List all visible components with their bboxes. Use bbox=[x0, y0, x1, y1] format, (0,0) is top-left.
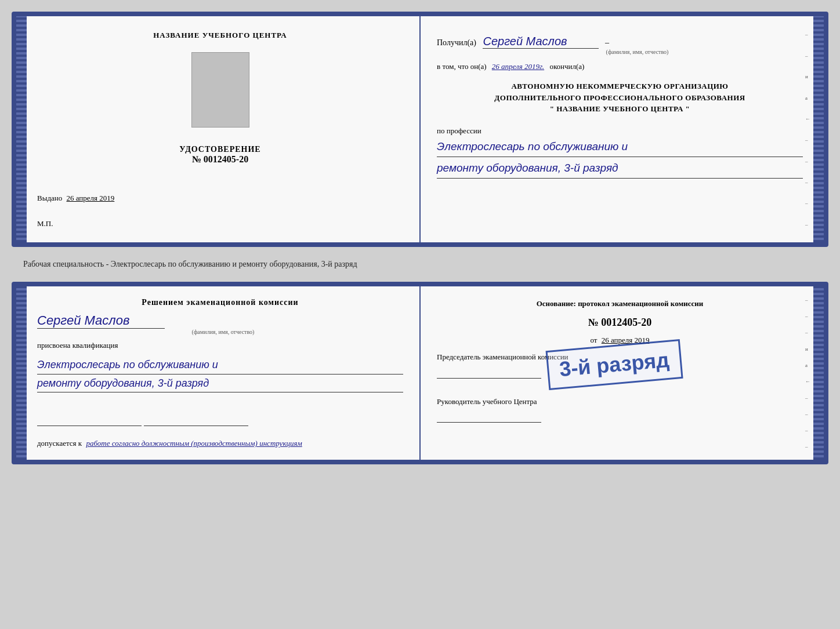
top-cert-left: НАЗВАНИЕ УЧЕБНОГО ЦЕНТРА УДОСТОВЕРЕНИЕ №… bbox=[16, 16, 421, 242]
org-block: АВТОНОМНУЮ НЕКОММЕРЧЕСКУЮ ОРГАНИЗАЦИЮ ДО… bbox=[437, 81, 803, 115]
middle-text: Рабочая специальность - Электрослесарь п… bbox=[12, 256, 828, 272]
recipient-sublabel: (фамилия, имя, отчество) bbox=[472, 49, 803, 55]
top-certificate: НАЗВАНИЕ УЧЕБНОГО ЦЕНТРА УДОСТОВЕРЕНИЕ №… bbox=[12, 12, 828, 247]
in-tom-prefix: в том, что он(а) bbox=[437, 62, 487, 71]
osnov-title: Основание: протокол экаменационной комис… bbox=[437, 298, 803, 310]
issued-date: 26 апреля 2019 bbox=[67, 194, 115, 202]
profession-prefix: по профессии bbox=[437, 126, 481, 135]
top-cert-right: Получил(а) Сергей Маслов – (фамилия, имя… bbox=[421, 16, 824, 242]
right-edge-decoration: – – и а ← – – – – – bbox=[805, 16, 812, 242]
proto-number: № 0012405-20 bbox=[437, 317, 803, 329]
chairman-sig-line bbox=[437, 367, 541, 379]
issued-line: Выдано 26 апреля 2019 bbox=[37, 194, 403, 203]
org-line2: ДОПОЛНИТЕЛЬНОГО ПРОФЕССИОНАЛЬНОГО ОБРАЗО… bbox=[437, 92, 803, 104]
org-line1: АВТОНОМНУЮ НЕКОММЕРЧЕСКУЮ ОРГАНИЗАЦИЮ bbox=[437, 81, 803, 92]
qual-text1: Электрослесарь по обслуживанию и bbox=[37, 356, 403, 375]
sig-line2 bbox=[144, 415, 248, 426]
sig-lines bbox=[37, 403, 403, 428]
assigned-label: присвоена квалификация bbox=[37, 341, 403, 350]
org-line3: " НАЗВАНИЕ УЧЕБНОГО ЦЕНТРА " bbox=[437, 103, 803, 115]
udost-label: УДОСТОВЕРЕНИЕ bbox=[179, 145, 260, 154]
issued-label: Выдано bbox=[37, 194, 62, 202]
stamp: 3-й разряд bbox=[545, 339, 683, 390]
in-tom-suffix: окончил(а) bbox=[549, 62, 584, 71]
dopuskaetsya-block: допускается к работе согласно должностны… bbox=[37, 439, 403, 448]
profession-text1: Электрослесарь по обслуживанию и bbox=[437, 138, 803, 157]
bottom-cert-left: Решением экаменационной комиссии Сергей … bbox=[16, 286, 421, 460]
dopuskaetsya-prefix: допускается к bbox=[37, 439, 82, 448]
bottom-cert-right: 3-й разряд Основание: протокол экаменаци… bbox=[421, 286, 824, 460]
proto-date: от 26 апреля 2019 bbox=[437, 336, 803, 345]
recipient-prefix: Получил(а) bbox=[437, 38, 476, 47]
qual-text2: ремонту оборудования, 3-й разряд bbox=[37, 375, 403, 393]
in-tom-line: в том, что он(а) 26 апреля 2019г. окончи… bbox=[437, 62, 803, 71]
dopuskaetsya-text: работе согласно должностным (производств… bbox=[86, 439, 302, 448]
person-name: Сергей Маслов bbox=[37, 313, 165, 329]
person-name-block: Сергей Маслов (фамилия, имя, отчество) bbox=[37, 313, 403, 335]
qualification-block: Электрослесарь по обслуживанию и ремонту… bbox=[37, 356, 403, 392]
bottom-certificate: Решением экаменационной комиссии Сергей … bbox=[12, 282, 828, 464]
decision-title: Решением экаменационной комиссии bbox=[37, 298, 403, 307]
rukov-sig-line bbox=[437, 411, 541, 423]
sig-line1 bbox=[37, 415, 142, 426]
rukov-text: Руководитель учебного Центра bbox=[437, 397, 803, 423]
in-tom-date: 26 апреля 2019г. bbox=[492, 62, 544, 71]
bottom-right-edge: – – – и а ← – – – – bbox=[805, 286, 812, 460]
person-sublabel: (фамилия, имя, отчество) bbox=[43, 329, 403, 335]
page-wrapper: НАЗВАНИЕ УЧЕБНОГО ЦЕНТРА УДОСТОВЕРЕНИЕ №… bbox=[12, 12, 828, 464]
udost-number: № 0012405-20 bbox=[179, 154, 260, 165]
rukov-label: Руководитель учебного Центра bbox=[437, 397, 537, 406]
mp-label: М.П. bbox=[37, 219, 53, 228]
profession-text2: ремонту оборудования, 3-й разряд bbox=[437, 159, 803, 179]
proto-date-prefix: от bbox=[590, 336, 597, 344]
stamp-text: 3-й разряд bbox=[558, 348, 670, 381]
recipient-name: Сергей Маслов bbox=[483, 35, 599, 49]
udost-block: УДОСТОВЕРЕНИЕ № 0012405-20 bbox=[179, 145, 260, 165]
recipient-line: Получил(а) Сергей Маслов – (фамилия, имя… bbox=[437, 35, 803, 55]
org-title: НАЗВАНИЕ УЧЕБНОГО ЦЕНТРА bbox=[153, 30, 287, 41]
profession-block: по профессии Электрослесарь по обслужива… bbox=[437, 126, 803, 179]
photo-placeholder bbox=[191, 52, 249, 128]
